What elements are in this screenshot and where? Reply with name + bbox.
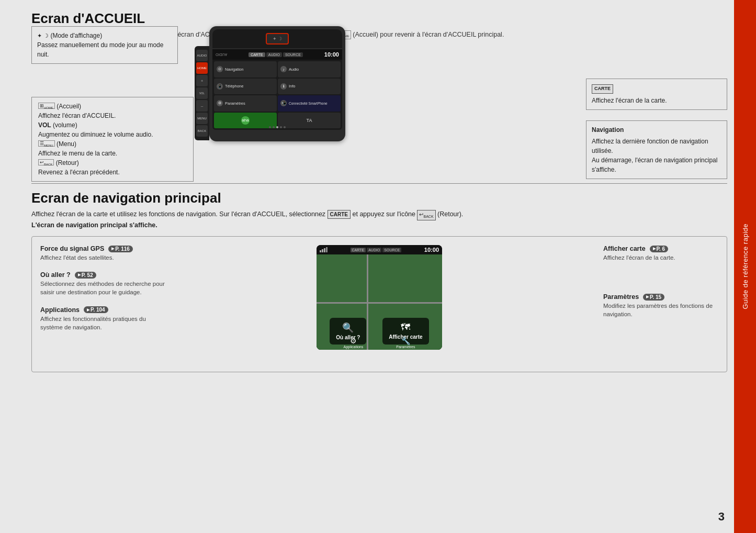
screen-dots: [269, 126, 286, 128]
gps-bar-1: [320, 250, 321, 252]
nav-tab-audio[interactable]: AUDIO: [367, 248, 381, 252]
screen-item-audio[interactable]: ♪ Audio: [278, 61, 341, 77]
nav-section: Ecran de navigation principal Affichez l…: [31, 183, 727, 372]
annotation-display-desc: Passez manuellement du mode jour au mode…: [37, 41, 163, 58]
applications-desc: Affichez les fonctionnalités pratiques d…: [40, 315, 166, 331]
parametres-icon-label: Paramètres: [396, 345, 415, 349]
nav-annotation-applications: Applications P. 104 Affichez les fonctio…: [40, 306, 166, 331]
menu-button[interactable]: MENU: [196, 113, 208, 124]
audio-icon: ♪: [280, 66, 287, 72]
screen-item-info[interactable]: ℹ Info: [278, 79, 341, 95]
nav-tab-source[interactable]: SOURCE: [382, 248, 401, 252]
applications-icon-label: Applications: [344, 345, 364, 349]
vol-plus-button[interactable]: +: [196, 75, 208, 86]
gps-bar-4: [326, 247, 328, 252]
screen-item-navigation[interactable]: ⊙ Navigation: [214, 61, 277, 77]
gps-page-ref: P. 116: [108, 246, 133, 252]
afficher-carte-title: Afficher carte: [603, 245, 646, 252]
nav-annotation-gps: Force du signal GPS P. 116 Affichez l'ét…: [40, 245, 166, 262]
display-mode-button[interactable]: [266, 33, 289, 45]
screen-tabs: CARTE AUDIO SOURCE: [249, 52, 303, 57]
device-left-buttons: AUDIO HOME + VOL – MENU BACK: [195, 46, 209, 140]
carte-badge: CARTE: [592, 84, 613, 94]
nav-annotation-parametres: Paramètres P. 15 Modifiez les paramètres…: [603, 293, 718, 318]
nav-bottom-icons: ⚙ Applications 🔧 Paramètres: [317, 337, 442, 349]
ou-aller-desc: Sélectionnez des méthodes de recherche p…: [40, 280, 166, 296]
parametres-title: Paramètres: [603, 293, 639, 301]
screen-item-telephone[interactable]: 📱 Téléphone: [214, 79, 277, 95]
back-button[interactable]: BACK: [196, 125, 208, 137]
gps-bar-2: [322, 249, 323, 252]
accueil-section: Ecran d'ACCUEIL Le système affiche plusi…: [31, 10, 727, 178]
map-icon: 🗺: [389, 322, 422, 333]
nav-title: Ecran de navigation principal: [31, 190, 727, 206]
device-top-bar: [212, 29, 342, 48]
nav-icon: ⊙: [217, 66, 223, 72]
nav-desc-carte-badge: CARTE: [328, 210, 351, 219]
nav-screen-body: 🔍 Où aller ? 🗺 Afficher carte: [317, 254, 442, 350]
nav-right-annotations: Afficher carte P. 6 Affichez l'écran de …: [603, 245, 718, 331]
annotation-navigation: Navigation Affichez la dernière fonction…: [586, 120, 727, 179]
ou-aller-page-ref: P. 52: [75, 272, 96, 279]
nav-content-box: Force du signal GPS P. 116 Affichez l'ét…: [31, 236, 727, 372]
screen-item-connectivity[interactable]: 📲 Connectivité SmartPhone: [278, 95, 341, 112]
vol-minus-button[interactable]: –: [196, 100, 208, 112]
parametres-desc: Modifiez les paramètres des fonctions de…: [603, 302, 718, 318]
parametres-page-ref: P. 15: [643, 294, 664, 301]
side-tab: Guide de référence rapide: [734, 0, 756, 533]
home-button[interactable]: HOME: [196, 62, 208, 74]
applications-icon: ⚙: [344, 337, 364, 345]
vol-text: Augmentez ou diminuez le volume audio.: [38, 131, 153, 138]
screen-item-ta[interactable]: TA: [278, 113, 341, 129]
dot-5: [284, 126, 286, 128]
device-mockup: AUDIO HOME + VOL – MENU BACK ⏻ AUDIO CAR…: [209, 26, 345, 147]
applications-page-ref: P. 104: [84, 306, 108, 313]
accueil-label: (Accueil): [57, 103, 81, 110]
vol-label-btn: VOL: [196, 87, 208, 99]
screen-grid: ⊙ Navigation ♪ Audio 📱 Téléphone ℹ: [212, 60, 342, 130]
nav-left-annotations: Force du signal GPS P. 116 Affichez l'ét…: [40, 245, 166, 363]
nav-tab-carte[interactable]: CARTE: [351, 248, 366, 252]
main-content: Ecran d'ACCUEIL Le système affiche plusi…: [31, 10, 727, 523]
carte-desc: Affichez l'écran de la carte.: [592, 97, 667, 104]
gps-title: Force du signal GPS: [40, 245, 104, 252]
aha-icon: aha: [241, 116, 250, 125]
applications-title: Applications: [40, 306, 80, 314]
settings-icon: ⚙: [217, 100, 223, 106]
navigation-title: Navigation: [592, 125, 721, 135]
nav-annotation-afficher-carte: Afficher carte P. 6 Affichez l'écran de …: [603, 245, 718, 262]
info-icon: ℹ: [280, 83, 287, 90]
accueil-desc-text: Affichez l'écran d'ACCUEIL.: [38, 112, 116, 119]
side-tab-text: Guide de référence rapide: [741, 224, 749, 309]
back-label: (Retour): [56, 159, 79, 166]
menu-desc: Affichez le menu de la carte.: [38, 150, 117, 157]
connectivity-icon: 📲: [280, 100, 287, 106]
back-desc: Revenez à l'écran précédent.: [38, 169, 120, 176]
nav-desc-back-badge: ↩BACK: [417, 210, 435, 220]
parametres-icon-item: 🔧 Paramètres: [396, 337, 415, 349]
phone-icon: 📱: [217, 83, 223, 90]
screen-item-parametres[interactable]: ⚙ Paramètres: [214, 95, 277, 112]
nav-inner: Force du signal GPS P. 116 Affichez l'ét…: [40, 245, 718, 363]
dot-4: [280, 126, 282, 128]
annotation-display-label: (Mode d'affichage): [50, 32, 102, 39]
parametres-icon: 🔧: [396, 337, 415, 345]
screen-item-aha[interactable]: aha: [214, 113, 277, 129]
nav-screen-header: CARTE AUDIO SOURCE 10:00: [317, 245, 442, 254]
menu-label: (Menu): [57, 140, 76, 148]
nav-annotation-ou-aller: Où aller ? P. 52 Sélectionnez des méthod…: [40, 271, 166, 296]
nav-description: Affichez l'écran de la carte et utilisez…: [31, 209, 727, 230]
vol-label: VOL: [38, 121, 51, 129]
afficher-carte-page-ref: P. 6: [650, 246, 669, 252]
screen-tab-audio[interactable]: AUDIO: [266, 52, 282, 57]
ou-aller-title: Où aller ?: [40, 271, 71, 279]
gps-bar-3: [324, 248, 325, 252]
audio-button[interactable]: AUDIO: [196, 50, 208, 61]
screen-tab-carte[interactable]: CARTE: [249, 52, 265, 57]
screen-tab-source[interactable]: SOURCE: [283, 52, 303, 57]
accueil-title: Ecran d'ACCUEIL: [31, 10, 727, 27]
dot-3: [276, 126, 278, 128]
screen-time: 10:00: [324, 51, 339, 58]
nav-screen-tabs: CARTE AUDIO SOURCE: [351, 248, 402, 252]
device-screen: AUDIO CARTE AUDIO SOURCE 10:00 ⊙ Navigat…: [212, 49, 342, 130]
